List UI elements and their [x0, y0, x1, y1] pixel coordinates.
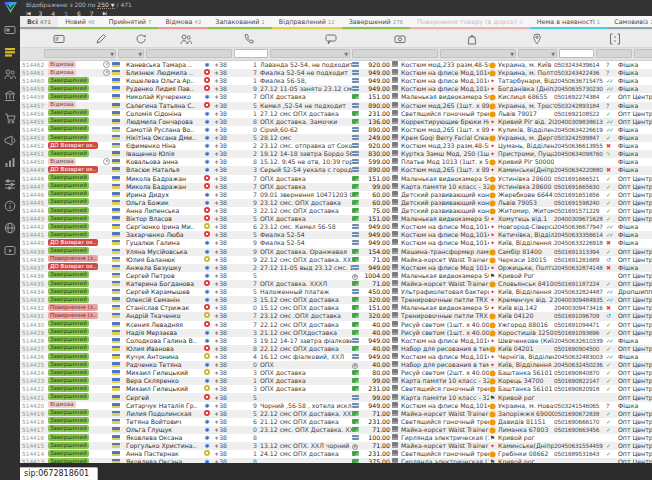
comment: ОПХ доставка. Замочки: [260, 118, 352, 126]
order-row-514426[interactable]: 514426ЗавершенийКучук Антонина+38416.12 …: [20, 353, 652, 361]
tab-прийнятий[interactable]: Прийнятий7: [102, 16, 159, 29]
order-row-514437[interactable]: 514437ДО Возврат ок..Анжела Безушку✱+382…: [20, 264, 652, 272]
order-row-514459[interactable]: 514459ЗавершенийРуденко Лидия Пав..+3892…: [20, 85, 652, 93]
order-row-514427[interactable]: 514427ЗавершенийЮлия Иванова+38822.12 см…: [20, 345, 652, 353]
order-row-514435[interactable]: 514435ЗавершенийКатерина Богданова+387ОП…: [20, 280, 652, 288]
order-row-514448[interactable]: 514448ЗавершенийМикола Бадражан+387ОПХ д…: [20, 175, 652, 183]
filter-input[interactable]: [559, 49, 594, 58]
marketing-icon[interactable]: [4, 134, 16, 146]
order-row-514418[interactable]: 514418ЗавершенийТетяна Войтович✱+38621.1…: [20, 418, 652, 426]
tab-запакований[interactable]: Запакований1: [208, 16, 271, 29]
filter-select[interactable]: [146, 49, 232, 58]
order-row-514436[interactable]: 514436ЗавершенийСергей Петров✱+385₴1004.…: [20, 272, 652, 280]
delivery-address: Куликів, Відділення №1: [498, 126, 554, 134]
order-row-514438[interactable]: 514438Повернення (з..Юлия Баланюк+38922.…: [20, 256, 652, 264]
filter-select[interactable]: [634, 49, 652, 58]
column-status-icon[interactable]: [135, 33, 147, 45]
tab-повернення-товару-в-дорозі-[interactable]: Повернення товару (в дорозі)0: [410, 16, 530, 29]
order-row-514424[interactable]: 514424ЗавершенийМихаил Гилецький+383ОПХ …: [20, 369, 652, 377]
filter-select[interactable]: ▼: [44, 49, 116, 58]
filter-select[interactable]: ▼: [440, 49, 516, 58]
order-row-514454[interactable]: 514454ЗавершенийСамотій Руслана Во..✱+38…: [20, 126, 652, 134]
column-comment-icon[interactable]: [325, 33, 337, 45]
video-icon[interactable]: [4, 244, 16, 256]
order-row-514449[interactable]: 514449ДО Возврат ок..Власюк Наталья✱+383…: [20, 166, 652, 174]
order-row-514428[interactable]: 514428ЗавершенийСолодкова Галина В..✱+38…: [20, 337, 652, 345]
column-customers-icon[interactable]: [180, 33, 192, 45]
order-row-514457[interactable]: 514457ВідмоваСалегина Татьяна С..+385Кем…: [20, 102, 652, 110]
filter-select[interactable]: [596, 49, 632, 58]
order-row-514433[interactable]: 514433ЗавершенийОлексій Семанін✱+38315.1…: [20, 296, 652, 304]
tab-відправлений[interactable]: Відправлений12: [272, 16, 342, 29]
order-row-514461[interactable]: 514461ВідмоваБлизнюк Людмила ..+387Фиалк…: [20, 69, 652, 77]
order-row-514429[interactable]: 514429ЗавершенийНадія Мерзаєва✱+38321.12…: [20, 329, 652, 337]
filter-input[interactable]: [234, 49, 268, 58]
order-row-514432[interactable]: 514432Повернення (з..Станіслав Стрижак+3…: [20, 304, 652, 312]
tab-count: 471: [40, 19, 51, 25]
tab-завершений[interactable]: Завершений278: [342, 16, 410, 29]
order-row-514446[interactable]: 514446ЗавершенийИрина Дидух✱+38709.01 зв…: [20, 191, 652, 199]
phone-number: +38: [214, 377, 236, 385]
order-row-514434[interactable]: 514434ЗавершенийСергей Карамышев✱+385Нал…: [20, 288, 652, 296]
order-row-514420[interactable]: 514420ВідмоваСитарчук Наталія Гр..✱+389Ч…: [20, 402, 652, 410]
order-row-514450[interactable]: 514450ВідмоваКовальова анна✱+38815.12. 9…: [20, 158, 652, 166]
order-row-514456[interactable]: 514456ЗавершенийСоломія Сідоніна✱+38127.…: [20, 110, 652, 118]
column-edit-icon[interactable]: [95, 33, 107, 45]
filter-select[interactable]: ▼: [270, 49, 350, 58]
page-size-dropdown[interactable]: 250 ▼: [97, 1, 114, 9]
info-icon[interactable]: [4, 200, 16, 212]
cart-icon[interactable]: [4, 112, 16, 124]
order-row-514443[interactable]: 514443ЗавершенийВіктор Власов+385ОПХ дос…: [20, 215, 652, 223]
settings-icon[interactable]: [4, 178, 16, 190]
order-row-514425[interactable]: 514425ЗавершенийРадченко Тетяна✱+380ОПХ₴…: [20, 361, 652, 369]
order-row-514414[interactable]: 514414ЗавершенийАнна Пастернак+38124.12 …: [20, 450, 652, 458]
order-row-514430[interactable]: 514430ЗавершенийКсения Левадняя+38722.12…: [20, 321, 652, 329]
company-icon[interactable]: [4, 90, 16, 102]
filter-select[interactable]: ▼: [118, 49, 144, 58]
order-row-514423[interactable]: 514423ЗавершенийВера Скляренко✱+381ОПХ д…: [20, 377, 652, 385]
carrier: ✦: [489, 126, 498, 134]
tab-відмова[interactable]: Відмова42: [158, 16, 208, 29]
order-row-514445[interactable]: 514445ЗавершенийОльга Божик✱+38923.12 см…: [20, 199, 652, 207]
order-row-514415[interactable]: 514415ЗавершенийГоргулько Христина..✱+38…: [20, 442, 652, 450]
stats-icon[interactable]: [4, 156, 16, 168]
tab-всі[interactable]: Всі471: [20, 16, 58, 29]
order-row-514451[interactable]: 514451ЗавершенийІващенко Юлія✱+38219.12 …: [20, 150, 652, 158]
order-row-514422[interactable]: 514422ЗавершенийМихаил Гилецький+383ОПХ …: [20, 385, 652, 393]
source: Опт Центр: [618, 207, 652, 215]
column-phone-icon[interactable]: [243, 33, 255, 45]
order-row-514417[interactable]: 514417ЗавершенийОльга Глущук✱+38023.12 с…: [20, 426, 652, 434]
order-row-514458[interactable]: 514458ЗавершенийНиколай Кучеренко✱+387ОП…: [20, 93, 652, 101]
tab-новий[interactable]: Новий48: [58, 16, 102, 29]
order-row-514455[interactable]: 514455ЗавершенийЛюдмила Гончарова✱+388ОП…: [20, 118, 652, 126]
order-row-514441[interactable]: 514441ЗавершенийЗахарченко Люба+385Фиалк…: [20, 231, 652, 239]
order-row-514453[interactable]: 514453ЗавершенийНікітіна Оксана Дми..✱+3…: [20, 134, 652, 142]
customers-icon[interactable]: [4, 68, 16, 80]
orders-icon[interactable]: [4, 46, 16, 58]
tab-нема-в-наявності[interactable]: Нема в наявності1: [530, 16, 608, 29]
column-payment-icon[interactable]: [394, 33, 406, 45]
order-row-514431[interactable]: 514431Повернення (з..Андрій Ткаченко+387…: [20, 312, 652, 320]
order-row-514419[interactable]: 514419ЗавершенийЛилия Подолинская+38522.…: [20, 410, 652, 418]
order-row-514462[interactable]: 514462ВідмоваКаневська Тамара ..✱+381Лав…: [20, 61, 652, 69]
product-box-icon: [392, 304, 398, 310]
column-address-icon[interactable]: [531, 33, 543, 45]
ukraine-flag-icon: [112, 86, 120, 91]
filter-select[interactable]: [352, 49, 438, 58]
order-row-514439[interactable]: 514439ЗавершенийУляна Мусійовська✱+389ОП…: [20, 248, 652, 256]
order-row-514460[interactable]: 514460ЗавершенийКошелева Ольга Ар..+381Ф…: [20, 77, 652, 85]
column-tracking-icon[interactable]: [609, 33, 621, 45]
tab-самовивіз[interactable]: Самовивіз2: [607, 16, 652, 29]
dashboard-icon[interactable]: [4, 24, 16, 36]
order-row-514440[interactable]: 514440ДО Возврат ок..Гуцалюк Галина✱+389…: [20, 239, 652, 247]
order-row-514421[interactable]: 514421ЗавершенийСергей+38599.00Карта пам…: [20, 393, 652, 401]
column-product-icon[interactable]: [466, 33, 478, 45]
filter-select[interactable]: ▼: [518, 49, 557, 58]
order-row-514452[interactable]: 514452ДО Возврат ок..Єфименко Ніна✱+3822…: [20, 142, 652, 150]
column-contact-card-icon[interactable]: [53, 33, 65, 45]
order-row-514444[interactable]: 514444ЗавершенийАнна Липенська+38322.12 …: [20, 207, 652, 215]
order-row-514442[interactable]: 514442ЗавершенийСергіюнко Ірина Ми..+386…: [20, 223, 652, 231]
network-icon[interactable]: [4, 222, 16, 234]
order-row-514447[interactable]: 514447ЗавершенийМикола Бадражан+387ОПХ д…: [20, 183, 652, 191]
order-row-514416[interactable]: 514416ЗавершенийЯковлева Оксана✱+388100.…: [20, 434, 652, 442]
